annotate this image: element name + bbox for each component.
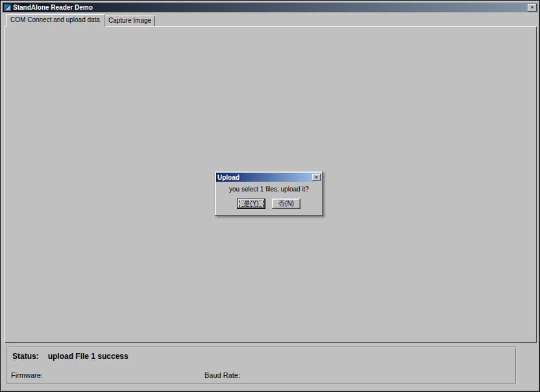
status-line: Status:upload File 1 success	[12, 352, 129, 361]
dialog-close-icon[interactable]: ×	[312, 174, 321, 181]
titlebar[interactable]: StandAlone Reader Demo ×	[3, 3, 538, 12]
dialog-yes-button[interactable]: 是(Y)	[237, 199, 265, 209]
app-icon	[4, 4, 11, 11]
status-label: Status:	[12, 352, 39, 361]
tab-com-connect[interactable]: COM Connect and upload data	[6, 14, 104, 27]
close-icon[interactable]: ×	[528, 4, 537, 12]
dialog-message: you select 1 files, upload it?	[215, 186, 323, 193]
app-window: StandAlone Reader Demo × COM Connect and…	[0, 0, 540, 392]
status-panel: Status:upload File 1 success Firmware: B…	[6, 347, 517, 384]
dialog-no-button[interactable]: 否(N)	[272, 199, 301, 209]
upload-dialog: Upload × you select 1 files, upload it? …	[215, 171, 323, 216]
baud-rate-label: Baud Rate:	[204, 371, 240, 379]
dialog-titlebar[interactable]: Upload ×	[216, 173, 322, 182]
window-title: StandAlone Reader Demo	[13, 4, 93, 11]
tab-capture-image[interactable]: Capture Image	[104, 16, 155, 27]
dialog-title: Upload	[217, 174, 239, 181]
status-message: upload File 1 success	[48, 352, 129, 361]
firmware-label: Firmware:	[11, 371, 43, 379]
